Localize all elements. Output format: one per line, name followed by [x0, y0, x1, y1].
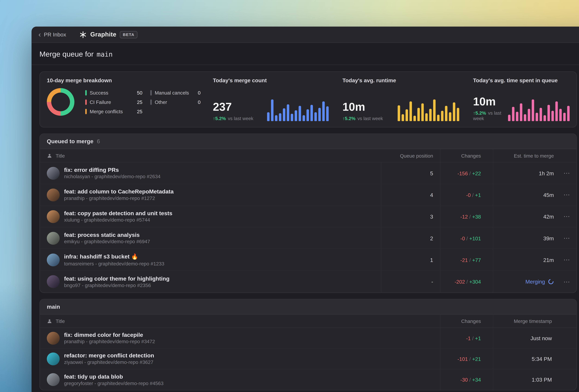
queue-position: 4: [381, 184, 440, 205]
breakdown-body: Success50CI Failure25Merge conflicts25 M…: [47, 88, 199, 116]
queued-section-header: Queued to merge 6: [40, 134, 577, 149]
legend-item: Success50: [85, 90, 143, 95]
sparkline-bar: [322, 102, 325, 121]
merge-timestamp: 5:34 PM: [493, 349, 577, 369]
legend-color-bar: [85, 109, 87, 114]
pr-author-avatar: [47, 352, 60, 365]
pr-changes: -0 / +101: [440, 227, 493, 249]
pr-subtitle: pranathip - graphitedev/demo-repo #1272: [64, 195, 174, 201]
row-menu-button[interactable]: ⋯: [557, 169, 577, 177]
pr-title: feat: using color theme for highlighting: [64, 276, 169, 281]
row-menu-button[interactable]: ⋯: [557, 234, 577, 242]
stat-merge-count: Today's merge count 237 ↑5.2%vs last wee…: [206, 72, 336, 127]
content: 10-day merge breakdown Success50CI Failu…: [31, 65, 579, 392]
pr-subtitle: pranathip - graphitedev/demo-repo #3472: [64, 339, 155, 344]
row-menu-button[interactable]: ⋯: [557, 191, 577, 198]
beta-badge: BETA: [120, 31, 137, 38]
additions: +101: [469, 235, 481, 241]
sparkline-bar: [421, 104, 424, 121]
pr-subtitle: emikyu - graphitedev/demo-repo #6947: [64, 239, 150, 244]
pr-changes: -1 / +1: [440, 328, 493, 348]
est-time-to-merge: 45m: [493, 184, 557, 205]
stat-title: Today's merge count: [213, 77, 329, 83]
sparkline-bar: [548, 105, 550, 121]
pr-changes: -30 / +34: [440, 369, 493, 390]
merged-pr-row[interactable]: feat: tidy up data blobgregoryfoster - g…: [40, 369, 577, 390]
legend-label: Manual cancels: [155, 90, 198, 95]
row-menu-button[interactable]: ⋯: [557, 278, 577, 285]
pr-subtitle: xiulung - graphitedev/demo-repo #5744: [64, 217, 172, 223]
sparkline-bar: [287, 104, 289, 121]
queue-position: 2: [381, 227, 440, 249]
sparkline-bar: [279, 113, 281, 121]
sparkline-bar: [567, 106, 570, 121]
legend-column-1: Success50CI Failure25Merge conflicts25: [85, 90, 143, 114]
sparkline-bar: [306, 109, 309, 121]
person-icon: [47, 318, 52, 324]
sparkline-bar: [520, 104, 522, 121]
additions: +77: [472, 257, 481, 263]
merged-pr-row[interactable]: fix: dimmed color for facepilepranathip …: [40, 328, 577, 349]
page-title-prefix: Merge queue for: [39, 50, 94, 58]
sparkline-bar: [429, 109, 432, 121]
queued-pr-row[interactable]: feat: using color theme for highlighting…: [40, 271, 577, 292]
main-table-header: Title Changes Merge timestamp: [40, 315, 577, 328]
sparkline-bar: [314, 112, 317, 121]
legend-label: Success: [90, 90, 137, 95]
avg-runtime-sparkline: [398, 99, 459, 121]
sparkline-bar: [326, 106, 329, 121]
stat-value: 10m: [342, 102, 383, 113]
graphite-logo-icon: [79, 31, 87, 38]
additions: +1: [475, 335, 481, 341]
main-table-body: fix: dimmed color for facepilepranathip …: [40, 328, 577, 390]
sparkline-bar: [275, 115, 277, 121]
sparkline-bar: [536, 113, 538, 121]
legend-color-bar: [85, 90, 87, 95]
back-button[interactable]: ‹ PR Inbox: [38, 31, 66, 38]
queued-pr-row[interactable]: feat: copy paste detection and unit test…: [40, 206, 577, 227]
stat-merge-breakdown: 10-day merge breakdown Success50CI Failu…: [40, 72, 206, 127]
sparkline-bar: [417, 108, 420, 121]
additions: +304: [469, 279, 481, 284]
queue-position: 1: [381, 249, 440, 270]
section-title: Queued to merge: [47, 138, 93, 144]
additions: +21: [472, 356, 481, 362]
pr-subtitle: gregoryfoster - graphitedev/demo-repo #4…: [64, 380, 163, 386]
sparkline-bar: [532, 100, 534, 121]
legend-color-bar: [150, 99, 152, 105]
branch-name: main: [97, 50, 113, 58]
additions: +1: [475, 192, 481, 198]
back-label: PR Inbox: [44, 31, 66, 37]
pr-changes: -0 / +1: [440, 184, 493, 205]
sparkline-bar: [551, 111, 554, 121]
sparkline-bar: [508, 115, 510, 121]
sparkline-bar: [540, 108, 542, 121]
row-menu-button[interactable]: ⋯: [557, 213, 577, 220]
queued-to-merge-card: Queued to merge 6 Title Queue position C…: [39, 133, 577, 293]
queued-pr-row[interactable]: infra: hashdiff s3 bucket 🔥tomasreimers …: [40, 249, 577, 271]
additions: +34: [472, 377, 481, 383]
deletions: -101: [457, 356, 468, 362]
deletions: -156: [457, 170, 468, 176]
stat-avg-runtime: Today's avg. runtime 10m ↑5.2%vs last we…: [336, 72, 466, 127]
sparkline-bar: [559, 109, 562, 121]
legend-color-bar: [150, 90, 152, 95]
sparkline-bar: [410, 102, 412, 121]
pr-subtitle: bngo97 - graphitedev/demo-repo #2356: [64, 282, 169, 288]
merge-timestamp: 1:03 PM: [493, 369, 577, 390]
main-branch-card: main Title Changes Merge timestamp fix: …: [39, 299, 577, 390]
queued-pr-row[interactable]: feat: add column to CacheRepoMetadatapra…: [40, 184, 577, 206]
sparkline-bar: [512, 107, 514, 121]
sparkline-bar: [449, 112, 451, 121]
sparkline-bar: [516, 112, 518, 121]
additions: +38: [472, 214, 481, 219]
est-time-to-merge: 39m: [493, 227, 557, 249]
row-menu-button[interactable]: ⋯: [557, 256, 577, 264]
merged-pr-row[interactable]: refactor: merge conflict detectionziyaow…: [40, 349, 577, 369]
legend-value: 25: [137, 99, 142, 105]
queued-pr-row[interactable]: feat: process static analysisemikyu - gr…: [40, 227, 577, 249]
stat-delta: ↑5.2%vs last week: [342, 116, 383, 121]
pr-author-avatar: [47, 232, 60, 244]
queued-pr-row[interactable]: fix: error diffing PRsnicholasyan - grap…: [40, 163, 577, 184]
sparkline-bar: [402, 114, 404, 121]
